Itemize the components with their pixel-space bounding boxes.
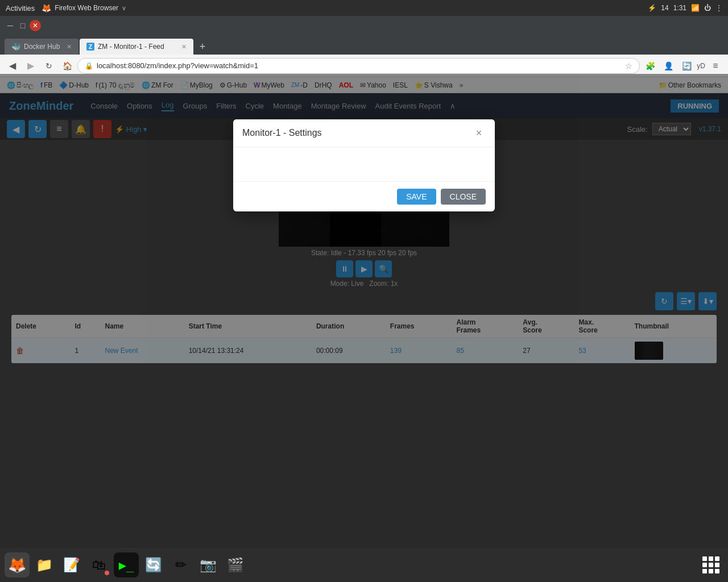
- forward-button[interactable]: ▶: [23, 58, 39, 74]
- bookmark-star[interactable]: ☆: [625, 61, 632, 70]
- back-button[interactable]: ◀: [5, 58, 20, 74]
- modal-header: Monitor-1 - Settings ×: [233, 119, 495, 147]
- maximize-button[interactable]: □: [17, 20, 28, 31]
- reload-button[interactable]: ↻: [41, 58, 57, 74]
- tab-zm[interactable]: Z ZM - Monitor-1 - Feed ✕: [80, 39, 193, 55]
- profile-button[interactable]: 👤: [660, 58, 676, 74]
- battery-icon: ⚡: [648, 4, 656, 12]
- new-tab-button[interactable]: +: [195, 39, 210, 55]
- settings-modal: Monitor-1 - Settings × SAVE CLOSE: [233, 119, 495, 211]
- sync-button[interactable]: 🔄: [679, 58, 694, 74]
- docker-favicon: 🐳: [11, 43, 20, 51]
- modal-close-x-button[interactable]: ×: [472, 126, 486, 140]
- modal-title: Monitor-1 - Settings: [242, 128, 322, 138]
- zm-tab-label: ZM - Monitor-1 - Feed: [98, 43, 178, 51]
- zm-tab-close[interactable]: ✕: [181, 43, 187, 51]
- profile-label: yD: [697, 62, 705, 70]
- taskbar-screenshot[interactable]: 📷: [196, 552, 221, 577]
- address-bar[interactable]: 🔒 localhost:8080/zm/index.php?view=watch…: [77, 58, 640, 74]
- taskbar-video[interactable]: 🎬: [223, 552, 248, 577]
- docker-tab-label: Docker Hub: [24, 43, 63, 51]
- browser-window: ─ □ ✕ 🐳 Docker Hub ✕ Z ZM - Monitor-1 - …: [0, 16, 728, 582]
- power-icon: ⏻: [704, 4, 711, 12]
- docker-tab-close[interactable]: ✕: [67, 43, 72, 51]
- taskbar-writer[interactable]: 📝: [59, 552, 84, 577]
- activities-button[interactable]: Activities: [6, 4, 35, 13]
- network-icon: 📶: [691, 4, 700, 12]
- taskbar-terminal[interactable]: ▶_: [114, 552, 139, 577]
- taskbar-firefox[interactable]: 🦊: [5, 552, 30, 577]
- security-icon: 🔒: [85, 62, 93, 70]
- taskbar-updates[interactable]: 🔄: [141, 552, 166, 577]
- taskbar-grid-button[interactable]: [698, 552, 723, 577]
- taskbar-files[interactable]: 📁: [32, 552, 57, 577]
- window-controls: ─ □ ✕: [5, 20, 41, 31]
- browser-chrome: ─ □ ✕: [0, 16, 728, 35]
- tabs-bar: 🐳 Docker Hub ✕ Z ZM - Monitor-1 - Feed ✕…: [0, 35, 728, 55]
- modal-body: [233, 147, 495, 181]
- settings-icon: ⋮: [715, 4, 722, 12]
- home-button[interactable]: 🏠: [59, 58, 75, 74]
- os-titlebar: Activities 🦊 Firefox Web Browser ∨ ⚡ 14 …: [0, 0, 728, 16]
- appstore-badge: [105, 571, 109, 575]
- page-content: ZoneMinder Console Options Log Groups Fi…: [0, 93, 728, 582]
- minimize-button[interactable]: ─: [5, 20, 16, 31]
- modal-overlay: Monitor-1 - Settings × SAVE CLOSE: [0, 93, 728, 548]
- modal-save-button[interactable]: SAVE: [397, 189, 436, 205]
- modal-close-button[interactable]: CLOSE: [441, 189, 486, 205]
- zm-main-content: State: Idle - 17.33 fps 20 fps 20 fps ⏸ …: [0, 140, 728, 372]
- taskbar-texteditor[interactable]: ✏: [168, 552, 193, 577]
- taskbar: 🦊 📁 📝 🛍 ▶_ 🔄 ✏ 📷 🎬: [0, 548, 728, 582]
- menu-button[interactable]: ≡: [708, 58, 723, 74]
- browser-label: 🦊 Firefox Web Browser ∨: [42, 3, 126, 13]
- tab-docker[interactable]: 🐳 Docker Hub ✕: [5, 39, 78, 55]
- taskbar-appstore[interactable]: 🛍: [86, 552, 111, 577]
- time-display: 1:31: [673, 4, 686, 12]
- zm-favicon: Z: [86, 43, 94, 51]
- close-window-button[interactable]: ✕: [30, 20, 41, 31]
- modal-footer: SAVE CLOSE: [233, 181, 495, 211]
- extensions-button[interactable]: 🧩: [642, 58, 658, 74]
- date-display: 14: [661, 4, 668, 12]
- address-text: localhost:8080/zm/index.php?view=watch&m…: [97, 61, 622, 70]
